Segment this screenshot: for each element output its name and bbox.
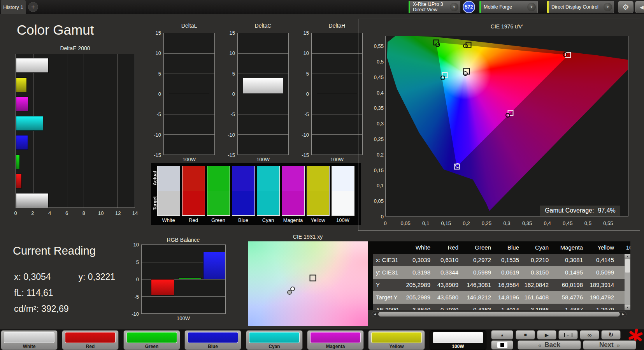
gridline bbox=[312, 53, 362, 54]
table-cell: 3,1986 bbox=[524, 304, 553, 310]
pattern-tile-magenta[interactable]: Magenta bbox=[307, 330, 364, 350]
y-tick-label: 0,55 bbox=[367, 43, 384, 49]
refresh-button[interactable]: ↻ bbox=[601, 330, 621, 339]
meter-dropdown-0[interactable]: X-Rite i1Pro 3Direct View▼ bbox=[409, 1, 460, 13]
column-header-Green: Green bbox=[463, 241, 496, 254]
pattern-color-patch bbox=[433, 332, 483, 343]
vertical-scroll-thumb[interactable] bbox=[625, 259, 630, 273]
meter-status-strip bbox=[409, 1, 410, 13]
y-tick-label: 0,05 bbox=[367, 198, 384, 204]
x-tick-label: 0,55 bbox=[603, 220, 613, 226]
table-cell: 1,2970 bbox=[588, 304, 619, 310]
settings-button[interactable]: ⚙ bbox=[618, 1, 633, 13]
y-tick-label: -5 bbox=[128, 294, 139, 299]
x-tick-label: 0 bbox=[14, 210, 17, 216]
pattern-color-patch bbox=[249, 332, 300, 343]
deltah-chart-title: DeltaH bbox=[329, 23, 346, 29]
x-tick-label: 0,2 bbox=[463, 220, 470, 226]
pattern-tile-label: Yellow bbox=[369, 344, 425, 349]
continuous-measure-button[interactable]: ∞ bbox=[580, 330, 599, 339]
table-cell: 0,0619 bbox=[496, 266, 524, 279]
infinity-icon: ∞ bbox=[588, 332, 592, 338]
rgb-bar-green bbox=[178, 278, 202, 279]
scroll-up-button[interactable]: ▲ bbox=[625, 254, 630, 259]
table-cell: 190,4792 bbox=[588, 291, 619, 304]
target-row-label: Target bbox=[152, 191, 158, 216]
table-cell: 1,4887 bbox=[553, 304, 588, 310]
measured-marker-green bbox=[435, 42, 440, 47]
column-header-Blue: Blue bbox=[496, 241, 524, 254]
reading-cd-value: 392,69 bbox=[41, 304, 68, 314]
chevron-down-icon[interactable]: ▼ bbox=[450, 3, 458, 11]
reading-x-value: 0,3054 bbox=[23, 272, 51, 282]
table-cell: 0,1535 bbox=[496, 254, 524, 266]
cie1931-plot bbox=[248, 241, 368, 326]
pattern-tile-blue[interactable]: Blue bbox=[184, 330, 241, 350]
cie1976-markers bbox=[386, 36, 628, 216]
app-window: History 1 + X-Rite i1Pro 3Direct View▼Mo… bbox=[0, 0, 644, 350]
next-button[interactable]: Next » bbox=[583, 340, 636, 350]
reading-y-label: y: bbox=[78, 272, 85, 282]
swatch-actual-white bbox=[157, 166, 180, 191]
meter-dropdown-1[interactable]: Mobile Forge▼ bbox=[479, 1, 538, 13]
single-measure-button[interactable]: ↔ bbox=[558, 330, 578, 339]
chevron-down-icon[interactable]: ▼ bbox=[527, 3, 536, 11]
y-tick-label: -10 bbox=[149, 132, 161, 137]
column-header-Magenta: Magenta bbox=[553, 241, 588, 254]
scroll-left-button[interactable]: ◄ bbox=[372, 311, 378, 317]
y-tick-label: 5 bbox=[297, 70, 309, 76]
gamut-coverage-readout: Gamut Coverage: 97,4% bbox=[540, 206, 620, 216]
pattern-window-button[interactable] bbox=[491, 340, 513, 350]
table-cell: 0,3081 bbox=[553, 254, 588, 266]
chevron-down-icon[interactable]: ▼ bbox=[604, 3, 612, 11]
pattern-color-patch bbox=[310, 332, 361, 343]
deltah-y-axis: 151050-5-10-15 bbox=[297, 33, 309, 155]
pattern-list-up-button[interactable]: ▲ bbox=[491, 330, 513, 339]
reading-y-value: 0,3221 bbox=[88, 272, 115, 282]
tab-history-1[interactable]: History 1 bbox=[1, 0, 26, 14]
swatch-target-white bbox=[157, 191, 180, 216]
scroll-right-button[interactable]: ► bbox=[620, 311, 626, 317]
table-cell: 162,0842 bbox=[524, 279, 553, 291]
pattern-tile-cyan[interactable]: Cyan bbox=[246, 330, 303, 350]
cie1931-chart-title: CIE 1931 xy bbox=[293, 234, 323, 240]
meter-dropdown-2[interactable]: Direct Display Control▼ bbox=[547, 1, 614, 13]
gridline bbox=[84, 54, 84, 208]
cie1976-chart-title: CIE 1976 u'v' bbox=[491, 23, 523, 30]
scroll-down-button[interactable]: ▼ bbox=[625, 305, 630, 310]
play-button[interactable]: ▶ bbox=[537, 330, 556, 339]
x-tick-label: 0,4 bbox=[544, 220, 551, 226]
pattern-tile-green[interactable]: Green bbox=[123, 330, 180, 350]
horizontal-scroll-thumb[interactable] bbox=[378, 312, 620, 317]
pattern-tile-red[interactable]: Red bbox=[62, 330, 119, 350]
pattern-tile-yellow[interactable]: Yellow bbox=[368, 330, 425, 350]
add-tab-button[interactable]: + bbox=[28, 2, 38, 12]
pattern-tile-white[interactable]: White bbox=[1, 330, 58, 350]
swatch-target-magenta bbox=[282, 191, 305, 216]
y-tick-label: -10 bbox=[128, 311, 139, 317]
collapse-panel-button[interactable]: ◀ bbox=[635, 1, 644, 13]
table-cell: 146,8212 bbox=[463, 291, 496, 304]
de-bar-100w bbox=[16, 193, 49, 208]
meter-status-strip bbox=[479, 1, 481, 13]
delta-bar bbox=[317, 93, 357, 94]
table-cell: 161,6408 bbox=[524, 291, 553, 304]
page-title: Color Gamut bbox=[17, 22, 94, 38]
y-tick-label: 0,1 bbox=[367, 183, 384, 188]
pattern-tile-label: White bbox=[1, 344, 57, 349]
table-cell: 1,4014 bbox=[496, 304, 524, 310]
deltah-x-label: 100W bbox=[330, 157, 344, 162]
pattern-tile-100w[interactable]: 100W bbox=[430, 330, 486, 350]
stop-button[interactable]: ■ bbox=[516, 330, 535, 339]
gridline bbox=[312, 74, 362, 74]
table-vertical-scrollbar[interactable]: ▲ ▼ bbox=[625, 254, 630, 310]
table-cell: 3,8640 bbox=[404, 304, 435, 310]
measurement-table: WhiteRedGreenBlueCyanMagentaYellow100W x… bbox=[368, 241, 630, 310]
swatch-actual-magenta bbox=[282, 166, 305, 191]
x-tick-label: 12 bbox=[115, 210, 121, 216]
back-button[interactable]: « Back bbox=[518, 340, 581, 350]
x-tick-label: 4 bbox=[48, 210, 51, 216]
column-header-rowlabel bbox=[373, 241, 404, 254]
table-horizontal-scrollbar[interactable]: ◄ ► bbox=[372, 311, 626, 317]
table-cell: 0,3039 bbox=[404, 254, 435, 266]
